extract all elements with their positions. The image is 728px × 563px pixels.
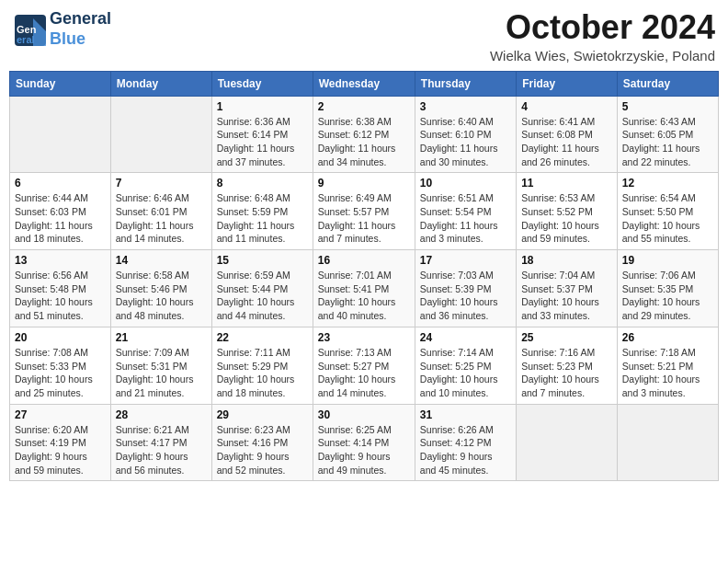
week-row-4: 20Sunrise: 7:08 AMSunset: 5:33 PMDayligh… bbox=[10, 327, 719, 404]
month-title: October 2024 bbox=[490, 9, 715, 46]
day-info: Sunrise: 7:09 AMSunset: 5:31 PMDaylight:… bbox=[116, 346, 207, 400]
day-info: Sunrise: 6:46 AMSunset: 6:01 PMDaylight:… bbox=[116, 191, 207, 246]
day-number: 21 bbox=[116, 331, 207, 344]
day-cell: 13Sunrise: 6:56 AMSunset: 5:48 PMDayligh… bbox=[10, 250, 111, 327]
day-number: 17 bbox=[420, 254, 511, 267]
weekday-header-wednesday: Wednesday bbox=[313, 71, 415, 96]
day-info: Sunrise: 6:49 AMSunset: 5:57 PMDaylight:… bbox=[318, 191, 410, 246]
day-cell: 25Sunrise: 7:16 AMSunset: 5:23 PMDayligh… bbox=[517, 327, 618, 404]
day-info: Sunrise: 6:44 AMSunset: 6:03 PMDaylight:… bbox=[15, 191, 106, 246]
weekday-header-tuesday: Tuesday bbox=[211, 71, 313, 96]
svg-text:eral: eral bbox=[17, 34, 35, 45]
day-number: 12 bbox=[622, 177, 713, 190]
day-number: 11 bbox=[521, 177, 612, 190]
week-row-2: 6Sunrise: 6:44 AMSunset: 6:03 PMDaylight… bbox=[10, 173, 719, 250]
day-number: 4 bbox=[521, 100, 612, 113]
logo: Gen eral General Blue bbox=[13, 9, 111, 49]
day-number: 27 bbox=[15, 408, 106, 421]
weekday-header-monday: Monday bbox=[110, 71, 211, 96]
day-number: 16 bbox=[318, 254, 410, 267]
day-info: Sunrise: 7:11 AMSunset: 5:29 PMDaylight:… bbox=[217, 346, 308, 400]
day-cell: 8Sunrise: 6:48 AMSunset: 5:59 PMDaylight… bbox=[211, 173, 313, 250]
day-cell bbox=[617, 404, 718, 481]
day-cell: 15Sunrise: 6:59 AMSunset: 5:44 PMDayligh… bbox=[211, 250, 313, 327]
week-row-5: 27Sunrise: 6:20 AMSunset: 4:19 PMDayligh… bbox=[10, 404, 719, 481]
location: Wielka Wies, Swietokrzyskie, Poland bbox=[490, 48, 715, 63]
day-info: Sunrise: 6:53 AMSunset: 5:52 PMDaylight:… bbox=[521, 191, 612, 246]
day-number: 23 bbox=[318, 331, 410, 344]
day-info: Sunrise: 7:18 AMSunset: 5:21 PMDaylight:… bbox=[622, 346, 713, 400]
day-cell: 18Sunrise: 7:04 AMSunset: 5:37 PMDayligh… bbox=[517, 250, 618, 327]
day-number: 6 bbox=[15, 177, 106, 190]
day-cell: 11Sunrise: 6:53 AMSunset: 5:52 PMDayligh… bbox=[517, 173, 618, 250]
day-number: 29 bbox=[217, 408, 308, 421]
day-info: Sunrise: 7:14 AMSunset: 5:25 PMDaylight:… bbox=[420, 346, 511, 400]
day-number: 15 bbox=[217, 254, 308, 267]
day-number: 13 bbox=[15, 254, 106, 267]
page-header: Gen eral General Blue October 2024 Wielk… bbox=[9, 9, 719, 63]
day-info: Sunrise: 7:03 AMSunset: 5:39 PMDaylight:… bbox=[420, 269, 511, 323]
day-info: Sunrise: 6:41 AMSunset: 6:08 PMDaylight:… bbox=[521, 115, 612, 169]
day-info: Sunrise: 6:51 AMSunset: 5:54 PMDaylight:… bbox=[420, 191, 511, 246]
day-cell: 2Sunrise: 6:38 AMSunset: 6:12 PMDaylight… bbox=[313, 96, 415, 173]
day-number: 5 bbox=[622, 100, 713, 113]
day-cell: 10Sunrise: 6:51 AMSunset: 5:54 PMDayligh… bbox=[415, 173, 516, 250]
logo-text: General Blue bbox=[50, 9, 111, 49]
day-cell: 5Sunrise: 6:43 AMSunset: 6:05 PMDaylight… bbox=[617, 96, 718, 173]
day-info: Sunrise: 6:38 AMSunset: 6:12 PMDaylight:… bbox=[318, 115, 410, 169]
day-info: Sunrise: 7:01 AMSunset: 5:41 PMDaylight:… bbox=[318, 269, 410, 323]
title-section: October 2024 Wielka Wies, Swietokrzyskie… bbox=[490, 9, 715, 63]
day-number: 18 bbox=[521, 254, 612, 267]
day-number: 10 bbox=[420, 177, 511, 190]
day-info: Sunrise: 6:21 AMSunset: 4:17 PMDaylight:… bbox=[116, 423, 207, 477]
day-info: Sunrise: 6:56 AMSunset: 5:48 PMDaylight:… bbox=[15, 269, 106, 323]
day-info: Sunrise: 6:48 AMSunset: 5:59 PMDaylight:… bbox=[217, 191, 308, 246]
weekday-header-saturday: Saturday bbox=[617, 71, 718, 96]
day-cell: 17Sunrise: 7:03 AMSunset: 5:39 PMDayligh… bbox=[415, 250, 516, 327]
day-info: Sunrise: 6:36 AMSunset: 6:14 PMDaylight:… bbox=[217, 115, 308, 169]
day-number: 22 bbox=[217, 331, 308, 344]
day-cell: 1Sunrise: 6:36 AMSunset: 6:14 PMDaylight… bbox=[211, 96, 313, 173]
day-number: 19 bbox=[622, 254, 713, 267]
day-cell: 22Sunrise: 7:11 AMSunset: 5:29 PMDayligh… bbox=[211, 327, 313, 404]
day-number: 24 bbox=[420, 331, 511, 344]
day-cell: 29Sunrise: 6:23 AMSunset: 4:16 PMDayligh… bbox=[211, 404, 313, 481]
day-info: Sunrise: 6:43 AMSunset: 6:05 PMDaylight:… bbox=[622, 115, 713, 169]
logo-general: General bbox=[50, 9, 111, 29]
weekday-header-thursday: Thursday bbox=[415, 71, 516, 96]
day-number: 25 bbox=[521, 331, 612, 344]
logo-icon: Gen eral bbox=[13, 13, 46, 46]
day-cell: 23Sunrise: 7:13 AMSunset: 5:27 PMDayligh… bbox=[313, 327, 415, 404]
day-number: 3 bbox=[420, 100, 511, 113]
day-number: 1 bbox=[217, 100, 308, 113]
day-cell: 30Sunrise: 6:25 AMSunset: 4:14 PMDayligh… bbox=[313, 404, 415, 481]
day-cell: 4Sunrise: 6:41 AMSunset: 6:08 PMDaylight… bbox=[517, 96, 618, 173]
day-number: 26 bbox=[622, 331, 713, 344]
day-cell: 14Sunrise: 6:58 AMSunset: 5:46 PMDayligh… bbox=[110, 250, 211, 327]
weekday-header-friday: Friday bbox=[517, 71, 618, 96]
day-cell: 12Sunrise: 6:54 AMSunset: 5:50 PMDayligh… bbox=[617, 173, 718, 250]
weekday-header-sunday: Sunday bbox=[10, 71, 111, 96]
day-info: Sunrise: 6:20 AMSunset: 4:19 PMDaylight:… bbox=[15, 423, 106, 477]
day-number: 7 bbox=[116, 177, 207, 190]
day-cell: 27Sunrise: 6:20 AMSunset: 4:19 PMDayligh… bbox=[10, 404, 111, 481]
day-info: Sunrise: 7:04 AMSunset: 5:37 PMDaylight:… bbox=[521, 269, 612, 323]
day-info: Sunrise: 6:25 AMSunset: 4:14 PMDaylight:… bbox=[318, 423, 410, 477]
day-number: 30 bbox=[318, 408, 410, 421]
day-cell bbox=[517, 404, 618, 481]
day-cell: 6Sunrise: 6:44 AMSunset: 6:03 PMDaylight… bbox=[10, 173, 111, 250]
calendar-table: SundayMondayTuesdayWednesdayThursdayFrid… bbox=[9, 71, 719, 482]
weekday-header-row: SundayMondayTuesdayWednesdayThursdayFrid… bbox=[10, 71, 719, 96]
day-number: 14 bbox=[116, 254, 207, 267]
day-info: Sunrise: 6:59 AMSunset: 5:44 PMDaylight:… bbox=[217, 269, 308, 323]
week-row-3: 13Sunrise: 6:56 AMSunset: 5:48 PMDayligh… bbox=[10, 250, 719, 327]
day-number: 9 bbox=[318, 177, 410, 190]
day-info: Sunrise: 6:40 AMSunset: 6:10 PMDaylight:… bbox=[420, 115, 511, 169]
day-cell: 9Sunrise: 6:49 AMSunset: 5:57 PMDaylight… bbox=[313, 173, 415, 250]
day-cell: 7Sunrise: 6:46 AMSunset: 6:01 PMDaylight… bbox=[110, 173, 211, 250]
day-info: Sunrise: 6:23 AMSunset: 4:16 PMDaylight:… bbox=[217, 423, 308, 477]
day-info: Sunrise: 6:54 AMSunset: 5:50 PMDaylight:… bbox=[622, 191, 713, 246]
day-cell: 16Sunrise: 7:01 AMSunset: 5:41 PMDayligh… bbox=[313, 250, 415, 327]
day-cell bbox=[10, 96, 111, 173]
day-cell: 24Sunrise: 7:14 AMSunset: 5:25 PMDayligh… bbox=[415, 327, 516, 404]
